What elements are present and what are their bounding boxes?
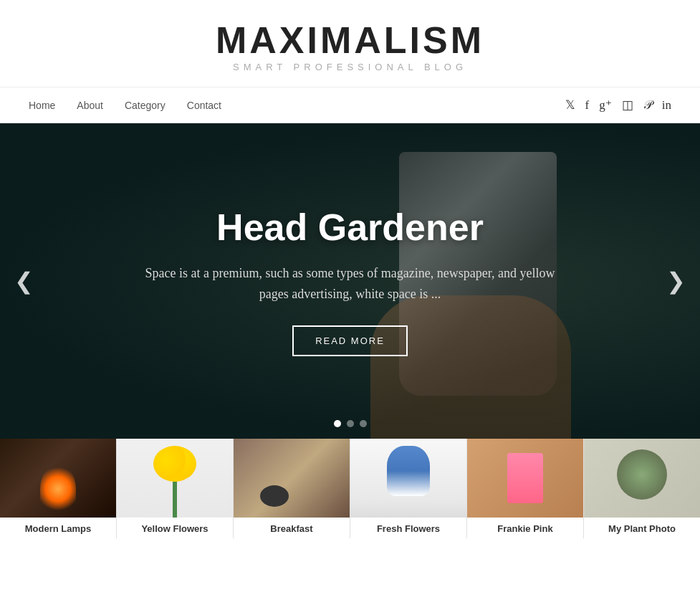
- thumb-img-fresh-flowers: [350, 439, 466, 518]
- thumb-label-yellow-flowers: Yellow Flowers: [117, 518, 233, 538]
- site-title: MAXIMALISM: [14, 22, 686, 59]
- site-header: MAXIMALISM SMART PROFESSIONAL BLOG: [0, 0, 700, 87]
- thumb-img-my-plant-photo: [584, 439, 700, 518]
- nav-contact[interactable]: Contact: [187, 100, 221, 111]
- thumb-item-fresh-flowers[interactable]: Fresh Flowers: [350, 439, 466, 538]
- social-icons: 𝕏 f g⁺ ◫ 𝒫 in: [565, 97, 671, 113]
- nav-bar: Home About Category Contact 𝕏 f g⁺ ◫ 𝒫 i…: [0, 87, 700, 123]
- linkedin-icon[interactable]: in: [662, 98, 671, 113]
- nav-home[interactable]: Home: [29, 100, 55, 111]
- thumb-label-fresh-flowers: Fresh Flowers: [350, 518, 466, 538]
- slider-prev-button[interactable]: ❮: [7, 260, 41, 302]
- thumb-label-breakfast: Breakfast: [234, 518, 350, 538]
- facebook-icon[interactable]: f: [585, 98, 590, 113]
- slider-dots: [334, 420, 367, 427]
- thumb-item-frankie-pink[interactable]: Frankie Pink: [467, 439, 583, 538]
- read-more-button[interactable]: READ MORE: [292, 325, 408, 356]
- thumb-item-breakfast[interactable]: Breakfast: [234, 439, 350, 538]
- thumb-label-frankie-pink: Frankie Pink: [467, 518, 583, 538]
- nav-category[interactable]: Category: [125, 100, 166, 111]
- thumb-item-yellow-flowers[interactable]: Yellow Flowers: [117, 439, 233, 538]
- hero-title: Head Gardener: [135, 206, 565, 249]
- twitter-icon[interactable]: 𝕏: [565, 97, 575, 113]
- thumbnails-row: Modern Lamps Yellow Flowers Breakfast Fr…: [0, 439, 700, 538]
- slider-dot-2[interactable]: [347, 420, 354, 427]
- nav-about[interactable]: About: [77, 100, 103, 111]
- hero-content: Head Gardener Space is at a premium, suc…: [107, 206, 594, 357]
- hero-description: Space is at a premium, such as some type…: [135, 263, 565, 305]
- slider-dot-3[interactable]: [360, 420, 367, 427]
- thumb-item-modern-lamps[interactable]: Modern Lamps: [0, 439, 116, 538]
- pinterest-icon[interactable]: 𝒫: [643, 98, 652, 113]
- hero-slider: ❮ Head Gardener Space is at a premium, s…: [0, 123, 700, 439]
- slider-dot-1[interactable]: [334, 420, 341, 427]
- instagram-icon[interactable]: ◫: [622, 97, 633, 113]
- site-tagline: SMART PROFESSIONAL BLOG: [14, 62, 686, 72]
- thumb-item-my-plant-photo[interactable]: My Plant Photo: [584, 439, 700, 538]
- thumb-img-modern-lamps: [0, 439, 116, 518]
- thumb-img-frankie-pink: [467, 439, 583, 518]
- nav-links: Home About Category Contact: [29, 99, 221, 112]
- google-plus-icon[interactable]: g⁺: [599, 97, 612, 113]
- thumb-label-modern-lamps: Modern Lamps: [0, 518, 116, 538]
- thumb-img-yellow-flowers: [117, 439, 233, 518]
- thumb-img-breakfast: [234, 439, 350, 518]
- thumb-label-my-plant-photo: My Plant Photo: [584, 518, 700, 538]
- slider-next-button[interactable]: ❯: [659, 260, 693, 302]
